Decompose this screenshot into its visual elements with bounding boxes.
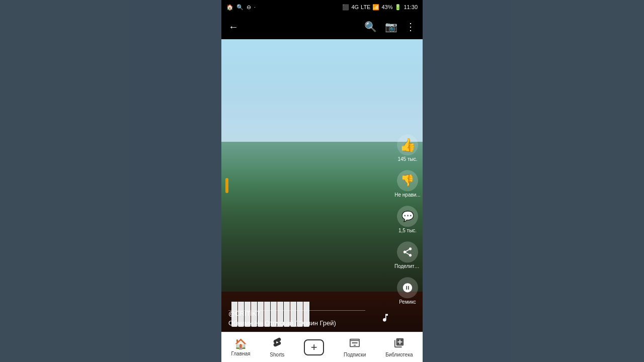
subscriptions-icon — [349, 337, 360, 351]
thumb-up-icon: 👍 — [399, 137, 416, 153]
network-4g: 4G — [351, 4, 359, 10]
bottom-nav: 🏠 Главная Shorts + Подписки — [221, 332, 423, 362]
top-nav-bar: ← 🔍 📷 ⋮ — [221, 14, 423, 39]
share-button[interactable] — [397, 241, 418, 262]
phone-container: 🏠 🔍 ⊖ · ⬛ 4G LTE 📶 43% 🔋 11:30 ← 🔍 📷 ⋮ — [221, 0, 423, 362]
menu-button[interactable]: ⋮ — [406, 21, 416, 33]
nav-item-shorts[interactable]: Shorts — [270, 337, 284, 357]
dot-status: · — [254, 4, 256, 10]
remix-label: Ремикс — [399, 299, 416, 305]
camera-button[interactable]: 📷 — [385, 21, 397, 33]
subscriptions-label: Подписки — [344, 352, 366, 357]
nav-item-home[interactable]: 🏠 Главная — [231, 338, 250, 356]
like-count: 145 тыс. — [397, 156, 417, 162]
channel-name[interactable]: @CRITIK7 — [228, 310, 385, 317]
signal-bars: 📶 — [372, 4, 379, 11]
nav-item-library[interactable]: Библиотека — [385, 337, 413, 357]
home-status-icon: 🏠 — [226, 4, 233, 11]
remix-action[interactable]: Ремикс — [397, 277, 418, 305]
shorts-label: Shorts — [270, 352, 284, 357]
status-left: 🏠 🔍 ⊖ · — [226, 4, 256, 11]
back-button[interactable]: ← — [228, 21, 238, 33]
network-lte: LTE — [361, 4, 370, 10]
status-bar: 🏠 🔍 ⊖ · ⬛ 4G LTE 📶 43% 🔋 11:30 — [221, 0, 423, 14]
library-label: Библиотека — [385, 352, 413, 357]
dislike-button[interactable]: 👎 — [397, 170, 418, 191]
share-label: Поделить... — [394, 263, 421, 269]
add-button[interactable]: + — [304, 339, 324, 355]
video-info: @CRITIK7 Обними Не Отпускай ( Элвин Грей… — [221, 283, 392, 332]
video-area[interactable]: 👍 145 тыс. 👎 Не нрави... 💬 1,5 тыс. — [221, 39, 423, 332]
dislike-label: Не нрави... — [394, 192, 420, 198]
comment-button[interactable]: 💬 — [397, 206, 418, 227]
battery-percent: 43% — [381, 4, 392, 10]
nav-item-add[interactable]: + — [304, 339, 324, 355]
nav-left: ← — [228, 21, 238, 33]
home-icon: 🏠 — [234, 338, 247, 350]
left-overlay — [0, 0, 221, 362]
nav-item-subscriptions[interactable]: Подписки — [344, 337, 366, 357]
scroll-position-indicator — [225, 178, 228, 193]
song-title: Обними Не Отпускай ( Элвин Грей) — [228, 319, 385, 327]
side-actions: 👍 145 тыс. 👎 Не нрави... 💬 1,5 тыс. — [394, 134, 421, 305]
remix-button[interactable] — [397, 277, 418, 298]
time: 11:30 — [404, 4, 418, 10]
home-label: Главная — [231, 351, 250, 356]
shorts-icon — [272, 337, 283, 351]
music-icon — [380, 313, 390, 325]
comment-count: 1,5 тыс. — [398, 228, 417, 233]
nav-right: 🔍 📷 ⋮ — [364, 21, 416, 33]
dislike-action[interactable]: 👎 Не нрави... — [394, 170, 420, 198]
like-action[interactable]: 👍 145 тыс. — [397, 134, 418, 162]
info-divider — [228, 310, 365, 311]
comment-icon: 💬 — [401, 210, 414, 222]
cast-icon: ⬛ — [342, 4, 349, 11]
right-overlay — [423, 0, 644, 362]
status-right: ⬛ 4G LTE 📶 43% 🔋 11:30 — [342, 4, 418, 11]
share-icon — [402, 246, 413, 257]
thumb-down-icon: 👎 — [400, 174, 414, 187]
search-button[interactable]: 🔍 — [364, 21, 377, 33]
battery-icon: 🔋 — [394, 4, 401, 11]
comment-action[interactable]: 💬 1,5 тыс. — [397, 206, 418, 233]
remix-icon — [402, 282, 413, 293]
share-action[interactable]: Поделить... — [394, 241, 421, 269]
search-status-icon: 🔍 — [236, 4, 244, 11]
add-icon: + — [311, 341, 317, 354]
minus-status-icon: ⊖ — [247, 4, 251, 11]
library-icon — [393, 337, 405, 351]
like-button[interactable]: 👍 — [397, 134, 418, 155]
